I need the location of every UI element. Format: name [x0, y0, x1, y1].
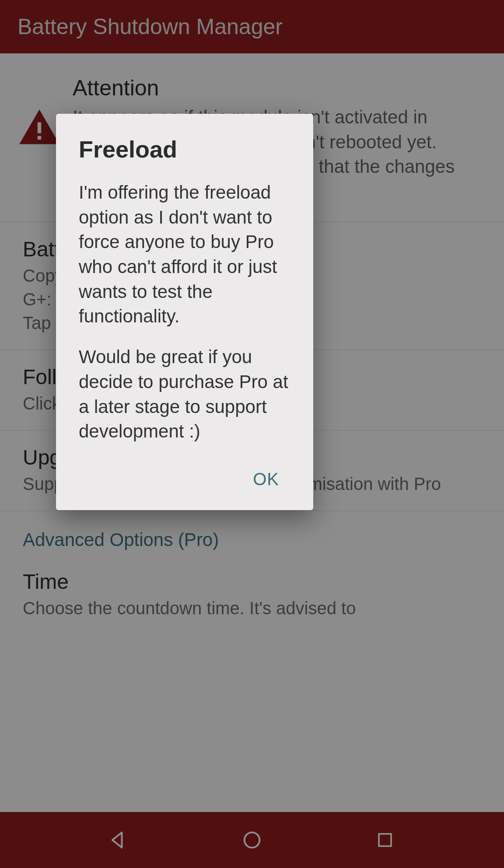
dialog-body-2: Would be great if you decide to purchase…	[79, 345, 290, 444]
dialog-body-1: I'm offering the freeload option as I do…	[79, 180, 290, 329]
freeload-dialog: Freeload I'm offering the freeload optio…	[56, 114, 313, 510]
screen: Battery Shutdown Manager Attention It ap…	[0, 0, 504, 868]
dialog-title: Freeload	[79, 136, 290, 163]
dialog-actions: OK	[79, 460, 290, 497]
ok-button[interactable]: OK	[242, 463, 290, 495]
